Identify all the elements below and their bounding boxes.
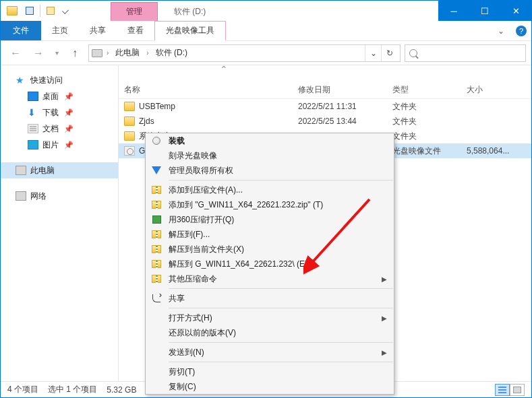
ribbon-tabs: 文件 主页 共享 查看 光盘映像工具 ⌄ ? bbox=[1, 21, 531, 41]
folder-icon bbox=[124, 131, 135, 141]
col-size[interactable]: 大小 bbox=[461, 81, 515, 98]
ribbon-tab-view[interactable]: 查看 bbox=[117, 21, 154, 40]
pin-icon: 📌 bbox=[64, 92, 73, 101]
status-size: 5.32 GB bbox=[107, 385, 136, 395]
menu-share[interactable]: 共享 bbox=[146, 291, 394, 306]
file-name: USBTemp bbox=[139, 102, 175, 111]
menu-send-to[interactable]: 发送到(N)▶ bbox=[146, 345, 394, 360]
details-view-button[interactable] bbox=[495, 384, 510, 396]
menu-label: 还原以前的版本(V) bbox=[169, 327, 236, 339]
maximize-button[interactable]: ☐ bbox=[469, 1, 500, 21]
minimize-button[interactable]: ─ bbox=[438, 1, 469, 21]
close-button[interactable]: ✕ bbox=[500, 1, 531, 21]
qat-btn-2[interactable] bbox=[43, 3, 58, 18]
menu-add-to-zip[interactable]: 添加到 "G_WIN11_X64_22621.232.zip" (T) bbox=[146, 197, 394, 212]
menu-add-archive[interactable]: 添加到压缩文件(A)... bbox=[146, 183, 394, 197]
column-collapse-button[interactable] bbox=[119, 65, 531, 81]
cell-date: 2022/5/25 13:44 bbox=[293, 117, 387, 126]
ribbon-tab-home[interactable]: 主页 bbox=[41, 21, 79, 40]
sidebar-this-pc[interactable]: 此电脑 bbox=[1, 162, 118, 178]
ribbon-expand-button[interactable]: ⌄ bbox=[491, 21, 511, 40]
menu-label: 解压到 G_WIN11_X64_22621.232\ (E) bbox=[169, 259, 307, 270]
history-dropdown[interactable]: ▾ bbox=[52, 49, 61, 57]
folder-app-icon bbox=[5, 3, 20, 18]
network-icon bbox=[16, 191, 26, 201]
qat-btn-1[interactable] bbox=[22, 3, 37, 18]
menu-copy[interactable]: 复制(C) bbox=[146, 379, 394, 394]
forward-button[interactable]: → bbox=[29, 44, 48, 63]
file-tab[interactable]: 文件 bbox=[1, 21, 41, 40]
menu-extract-folder[interactable]: 解压到 G_WIN11_X64_22621.232\ (E) bbox=[146, 257, 394, 271]
download-icon: ⬇ bbox=[28, 108, 38, 117]
menu-mount[interactable]: 装载 bbox=[146, 133, 394, 148]
menu-cut[interactable]: 剪切(T) bbox=[146, 364, 394, 379]
status-item-count: 4 个项目 bbox=[7, 384, 38, 395]
menu-burn[interactable]: 刻录光盘映像 bbox=[146, 148, 394, 163]
large-icons-view-button[interactable] bbox=[510, 384, 525, 396]
archive-icon bbox=[151, 273, 162, 284]
up-button[interactable]: ↑ bbox=[65, 44, 84, 63]
submenu-arrow-icon: ▶ bbox=[382, 314, 387, 322]
disc-image-icon bbox=[124, 146, 135, 156]
menu-label: 刻录光盘映像 bbox=[169, 150, 217, 162]
file-row[interactable]: Zjds2022/5/25 13:44文件夹 bbox=[119, 114, 531, 129]
sidebar-documents[interactable]: 文档📌 bbox=[1, 121, 118, 137]
menu-restore-previous[interactable]: 还原以前的版本(V) bbox=[146, 325, 394, 340]
menu-separator bbox=[169, 180, 393, 180]
sidebar-downloads[interactable]: ⬇下载📌 bbox=[1, 104, 118, 121]
large-icons-icon bbox=[513, 387, 521, 393]
search-input[interactable]: 搜索"软件 (D:)" bbox=[405, 44, 526, 62]
menu-other-zip[interactable]: 其他压缩命令▶ bbox=[146, 271, 394, 286]
menu-separator bbox=[169, 308, 393, 308]
folder-icon bbox=[124, 102, 135, 111]
menu-extract-here[interactable]: 解压到当前文件夹(X) bbox=[146, 242, 394, 257]
title-tabs: 管理 软件 (D:) bbox=[111, 1, 222, 21]
sidebar-network[interactable]: 网络 bbox=[1, 188, 118, 204]
menu-admin-ownership[interactable]: 管理员取得所有权 bbox=[146, 163, 394, 178]
crumb-drive[interactable]: 软件 (D:) bbox=[153, 47, 190, 59]
menu-label: 复制(C) bbox=[169, 381, 196, 393]
file-row[interactable]: USBTemp2022/5/21 11:31文件夹 bbox=[119, 99, 531, 114]
ribbon-tab-share[interactable]: 共享 bbox=[79, 21, 117, 40]
context-menu: 装载 刻录光盘映像 管理员取得所有权 添加到压缩文件(A)... 添加到 "G_… bbox=[145, 133, 394, 395]
contextual-tab[interactable]: 管理 bbox=[111, 2, 158, 21]
pictures-icon bbox=[28, 140, 38, 150]
col-name[interactable]: 名称 bbox=[119, 81, 293, 98]
sidebar-desktop[interactable]: 桌面📌 bbox=[1, 88, 118, 104]
sidebar-label: 网络 bbox=[30, 191, 47, 202]
ribbon-tab-disc-image[interactable]: 光盘映像工具 bbox=[154, 21, 226, 41]
help-button[interactable]: ? bbox=[511, 21, 531, 40]
menu-open-360[interactable]: 用360压缩打开(Q) bbox=[146, 212, 394, 227]
sidebar-label: 快速访问 bbox=[30, 75, 63, 86]
pin-icon: 📌 bbox=[64, 125, 73, 133]
sidebar-quick-access[interactable]: ★快速访问 bbox=[1, 72, 118, 88]
address-bar[interactable]: › 此电脑 › 软件 (D:) ⌄ ↻ bbox=[88, 44, 401, 62]
drive-icon bbox=[92, 49, 102, 57]
menu-label: 其他压缩命令 bbox=[169, 273, 217, 285]
cell-size: 5,588,064... bbox=[461, 146, 515, 156]
archive-icon bbox=[151, 185, 162, 195]
menu-label: 共享 bbox=[169, 293, 185, 304]
refresh-button[interactable]: ↻ bbox=[381, 45, 397, 61]
shield-icon bbox=[151, 165, 162, 176]
pc-icon bbox=[16, 166, 26, 175]
menu-open-with[interactable]: 打开方式(H)▶ bbox=[146, 310, 394, 325]
col-type[interactable]: 类型 bbox=[387, 81, 461, 98]
menu-separator bbox=[169, 342, 393, 343]
crumb-this-pc[interactable]: 此电脑 bbox=[113, 47, 142, 59]
back-button[interactable]: ← bbox=[6, 44, 25, 63]
address-dropdown-button[interactable]: ⌄ bbox=[365, 45, 381, 61]
menu-label: 打开方式(H) bbox=[169, 312, 212, 324]
sidebar-pictures[interactable]: 图片📌 bbox=[1, 137, 118, 153]
star-icon: ★ bbox=[16, 75, 26, 85]
menu-extract-to[interactable]: 解压到(F)... bbox=[146, 227, 394, 242]
sidebar-label: 图片 bbox=[42, 139, 59, 151]
cell-name: Zjds bbox=[119, 117, 293, 126]
archive-icon bbox=[151, 244, 162, 255]
menu-label: 添加到 "G_WIN11_X64_22621.232.zip" (T) bbox=[169, 199, 323, 211]
col-date[interactable]: 修改日期 bbox=[293, 81, 387, 98]
navigation-bar: ← → ▾ ↑ › 此电脑 › 软件 (D:) ⌄ ↻ 搜索"软件 (D:)" bbox=[1, 41, 531, 65]
cell-type: 光盘映像文件 bbox=[387, 145, 461, 157]
qat-dropdown[interactable] bbox=[61, 3, 70, 18]
sidebar-label: 桌面 bbox=[42, 91, 59, 102]
